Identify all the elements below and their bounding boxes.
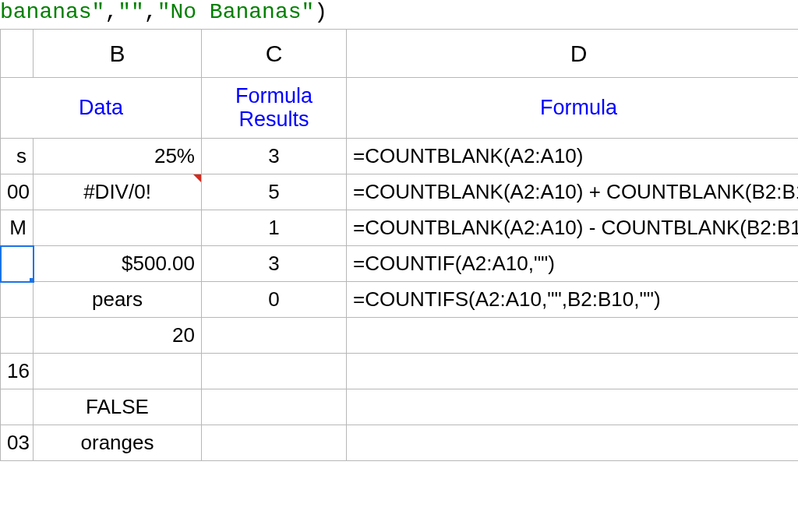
- cell-B[interactable]: $500.00: [34, 246, 202, 282]
- cell-D[interactable]: =COUNTIF(A2:A10,""): [347, 246, 799, 282]
- table-row[interactable]: pears 0 =COUNTIFS(A2:A10,"",B2:B10,""): [1, 282, 799, 318]
- table-row[interactable]: 20: [1, 318, 799, 354]
- column-header-blank[interactable]: [1, 30, 34, 78]
- formula-bar[interactable]: bananas","","No Bananas"): [0, 0, 798, 29]
- cell-C[interactable]: [202, 318, 347, 354]
- cell-A[interactable]: M: [1, 210, 34, 246]
- cell-B[interactable]: pears: [34, 282, 202, 318]
- cell-C[interactable]: 3: [202, 139, 347, 174]
- cell-A[interactable]: 03: [1, 425, 34, 461]
- cell-B[interactable]: [34, 354, 202, 389]
- header-formula: Formula: [347, 78, 799, 139]
- table-row[interactable]: FALSE: [1, 389, 799, 425]
- formula-bar-seg: ): [314, 0, 327, 24]
- cell-C[interactable]: [202, 389, 347, 425]
- spreadsheet-grid[interactable]: B C D Data FormulaResults Formula s 25% …: [0, 29, 798, 461]
- cell-C[interactable]: 0: [202, 282, 347, 318]
- table-row[interactable]: s 25% 3 =COUNTBLANK(A2:A10): [1, 139, 799, 174]
- cell-A[interactable]: [1, 282, 34, 318]
- cell-A[interactable]: s: [1, 139, 34, 174]
- cell-D[interactable]: =COUNTBLANK(A2:A10) + COUNTBLANK(B2:B10): [347, 174, 799, 210]
- cell-A[interactable]: 00: [1, 174, 34, 210]
- cell-C[interactable]: 5: [202, 174, 347, 210]
- formula-bar-seg: ,: [144, 0, 157, 24]
- cell-D[interactable]: [347, 389, 799, 425]
- cell-B[interactable]: #DIV/0!: [34, 174, 202, 210]
- table-row[interactable]: $500.00 3 =COUNTIF(A2:A10,""): [1, 246, 799, 282]
- cell-A[interactable]: [1, 318, 34, 354]
- header-data: Data: [1, 78, 202, 139]
- cell-D[interactable]: [347, 354, 799, 389]
- column-header-C[interactable]: C: [202, 30, 347, 78]
- cell-A[interactable]: [1, 389, 34, 425]
- table-row[interactable]: 03 oranges: [1, 425, 799, 461]
- cell-C[interactable]: [202, 425, 347, 461]
- formula-bar-seg: "": [118, 0, 144, 24]
- formula-bar-seg: ,: [104, 0, 118, 24]
- table-header-row[interactable]: Data FormulaResults Formula: [1, 78, 799, 139]
- column-header-D[interactable]: D: [347, 30, 799, 78]
- table-row[interactable]: 16: [1, 354, 799, 389]
- column-header-row[interactable]: B C D: [1, 30, 799, 78]
- cell-C[interactable]: 1: [202, 210, 347, 246]
- cell-C[interactable]: 3: [202, 246, 347, 282]
- cell-A-selected[interactable]: [1, 246, 34, 282]
- cell-B[interactable]: FALSE: [34, 389, 202, 425]
- cell-C[interactable]: [202, 354, 347, 389]
- table-row[interactable]: 00 #DIV/0! 5 =COUNTBLANK(A2:A10) + COUNT…: [1, 174, 799, 210]
- column-header-B[interactable]: B: [34, 30, 202, 78]
- formula-bar-seg: bananas": [0, 0, 104, 24]
- formula-bar-seg: "No Bananas": [157, 0, 315, 24]
- cell-B[interactable]: oranges: [34, 425, 202, 461]
- cell-A[interactable]: 16: [1, 354, 34, 389]
- header-formula-results: FormulaResults: [202, 78, 347, 139]
- cell-D[interactable]: =COUNTBLANK(A2:A10): [347, 139, 799, 174]
- cell-B[interactable]: [34, 210, 202, 246]
- table-row[interactable]: M 1 =COUNTBLANK(A2:A10) - COUNTBLANK(B2:…: [1, 210, 799, 246]
- cell-D[interactable]: [347, 425, 799, 461]
- cell-D[interactable]: [347, 318, 799, 354]
- cell-D[interactable]: =COUNTBLANK(A2:A10) - COUNTBLANK(B2:B10): [347, 210, 799, 246]
- cell-B[interactable]: 20: [34, 318, 202, 354]
- cell-B[interactable]: 25%: [34, 139, 202, 174]
- cell-D[interactable]: =COUNTIFS(A2:A10,"",B2:B10,""): [347, 282, 799, 318]
